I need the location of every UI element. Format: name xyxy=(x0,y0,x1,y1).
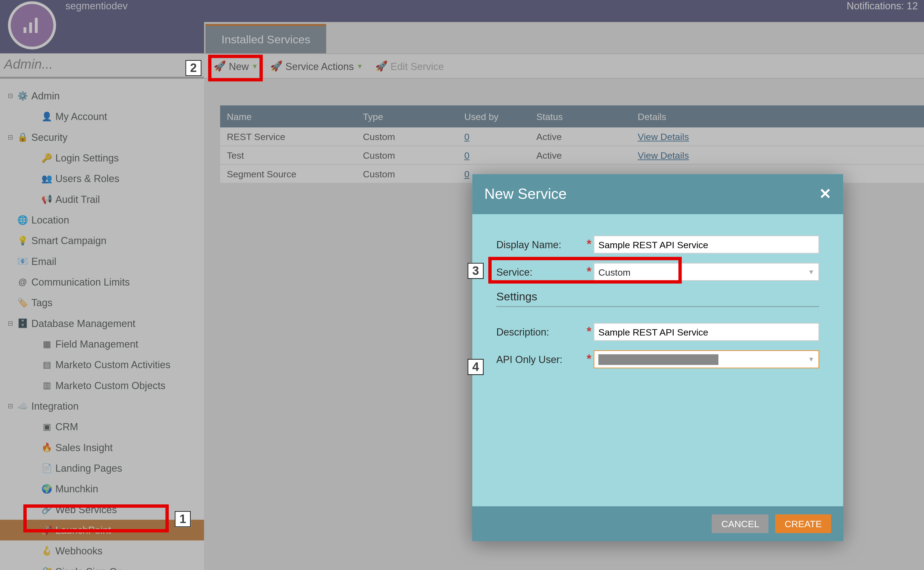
sidebar-item-tags[interactable]: 🏷️Tags xyxy=(0,292,204,313)
sidebar-item-label: My Account xyxy=(55,111,107,122)
sidebar-item-field-management[interactable]: ▦Field Management xyxy=(0,334,204,354)
sidebar-item-label: Field Management xyxy=(55,338,138,349)
sidebar-item-integration[interactable]: ⊟☁️Integration xyxy=(0,396,204,416)
dialog-title: New Service xyxy=(484,185,567,203)
sidebar-item-marketo-custom-activities[interactable]: ▤Marketo Custom Activities xyxy=(0,354,204,375)
toggle-icon xyxy=(6,237,14,244)
toggle-icon xyxy=(31,464,38,472)
toggle-icon xyxy=(6,257,14,265)
details-link[interactable]: View Details xyxy=(638,131,689,142)
cell-details: View Details xyxy=(631,150,924,161)
sidebar-item-label: CRM xyxy=(55,421,78,432)
row-display-name: Display Name: * xyxy=(496,236,819,254)
new-button[interactable]: 🚀 New ▼ xyxy=(214,60,258,72)
sidebar-item-marketo-custom-objects[interactable]: ▥Marketo Custom Objects xyxy=(0,375,204,396)
tab-strip: Installed Services xyxy=(204,22,924,53)
toggle-icon xyxy=(31,423,38,431)
chevron-down-icon: ▼ xyxy=(808,355,814,363)
used-link[interactable]: 0 xyxy=(464,131,470,142)
notifications-link[interactable]: Notifications: 12 xyxy=(847,0,918,11)
required-asterisk: * xyxy=(584,238,594,251)
cell-used: 0 xyxy=(457,150,529,161)
user-icon: 👤 xyxy=(41,111,52,122)
edit-service-button: 🚀 Edit Service xyxy=(375,60,444,72)
sidebar-item-web-services[interactable]: 🔗Web Services xyxy=(0,499,204,520)
activities-icon: ▤ xyxy=(41,359,52,370)
sidebar-item-label: Webhooks xyxy=(55,545,102,556)
sidebar-item-database-management[interactable]: ⊟🗄️Database Management xyxy=(0,313,204,334)
new-label: New xyxy=(229,60,249,72)
rocket-icon: 🚀 xyxy=(375,60,388,72)
create-button[interactable]: CREATE xyxy=(775,515,831,533)
sidebar-item-label: Smart Campaign xyxy=(31,235,106,246)
sidebar-item-munchkin[interactable]: 🌍Munchkin xyxy=(0,478,204,499)
toggle-icon: ⊟ xyxy=(6,92,14,100)
toggle-icon xyxy=(31,444,38,451)
toggle-icon: ⊟ xyxy=(6,320,14,327)
col-status[interactable]: Status xyxy=(529,111,631,122)
sidebar-item-label: Communication Limits xyxy=(31,276,130,288)
field-icon: ▦ xyxy=(41,339,52,349)
sidebar-item-audit-trail[interactable]: 📢Audit Trail xyxy=(0,189,204,210)
page-icon: 📄 xyxy=(41,463,52,473)
sidebar-item-smart-campaign[interactable]: 💡Smart Campaign xyxy=(0,230,204,251)
close-icon[interactable]: ✕ xyxy=(819,185,831,203)
sidebar-item-admin[interactable]: ⊟⚙️Admin xyxy=(0,86,204,106)
dialog-header: New Service ✕ xyxy=(472,174,843,214)
sidebar-item-email[interactable]: 📧Email xyxy=(0,251,204,271)
col-used[interactable]: Used by xyxy=(457,111,529,122)
used-link[interactable]: 0 xyxy=(464,169,470,179)
world-icon: 🌍 xyxy=(41,484,52,494)
table-row[interactable]: REST ServiceCustom0ActiveView Details xyxy=(220,127,924,146)
sidebar-item-webhooks[interactable]: 🪝Webhooks xyxy=(0,540,204,561)
required-asterisk: * xyxy=(584,352,594,366)
sidebar-item-crm[interactable]: ▣CRM xyxy=(0,416,204,437)
sidebar-item-launchpoint[interactable]: 🚀LaunchPoint xyxy=(0,520,204,540)
toggle-icon xyxy=(6,216,14,224)
used-link[interactable]: 0 xyxy=(464,150,470,161)
actions-label: Service Actions xyxy=(286,60,354,72)
sidebar-item-single-sign-on[interactable]: 🔐Single Sign-On xyxy=(0,561,204,570)
service-select[interactable]: Custom ▼ xyxy=(594,263,819,281)
sidebar-item-label: Email xyxy=(31,256,56,267)
annotation-num-2: 2 xyxy=(185,60,202,76)
mail-icon: 📧 xyxy=(17,256,28,267)
megaphone-icon: 📢 xyxy=(41,194,52,205)
display-name-input[interactable] xyxy=(594,236,819,254)
cancel-button[interactable]: CANCEL xyxy=(712,515,769,533)
description-input[interactable] xyxy=(594,323,819,341)
cell-used: 0 xyxy=(457,131,529,142)
chevron-down-icon: ▼ xyxy=(808,268,814,276)
sidebar-item-label: Landing Pages xyxy=(55,462,122,473)
api-user-select[interactable]: ▼ xyxy=(594,350,819,368)
key-icon: 🔑 xyxy=(41,152,52,163)
details-link[interactable]: View Details xyxy=(638,150,689,161)
required-asterisk: * xyxy=(584,265,594,279)
toggle-icon xyxy=(31,113,38,120)
services-grid: Name Type Used by Status Details REST Se… xyxy=(220,106,924,184)
sidebar-item-landing-pages[interactable]: 📄Landing Pages xyxy=(0,458,204,478)
required-asterisk: * xyxy=(584,325,594,339)
sidebar-item-security[interactable]: ⊟🔒Security xyxy=(0,127,204,147)
col-name[interactable]: Name xyxy=(220,111,356,122)
sidebar-item-label: Integration xyxy=(31,400,78,412)
tab-installed-services[interactable]: Installed Services xyxy=(205,24,326,53)
sidebar-item-users-roles[interactable]: 👥Users & Roles xyxy=(0,168,204,188)
toggle-icon xyxy=(31,547,38,555)
sidebar-item-my-account[interactable]: 👤My Account xyxy=(0,106,204,127)
table-row[interactable]: TestCustom0ActiveView Details xyxy=(220,146,924,165)
breadcrumb: Admin... xyxy=(4,57,53,72)
cell-name: REST Service xyxy=(220,131,356,142)
sidebar-item-sales-insight[interactable]: 🔥Sales Insight xyxy=(0,437,204,458)
marketo-logo xyxy=(8,2,56,49)
sidebar-item-location[interactable]: 🌐Location xyxy=(0,210,204,230)
cell-type: Custom xyxy=(356,150,457,161)
sidebar-item-login-settings[interactable]: 🔑Login Settings xyxy=(0,147,204,168)
col-details[interactable]: Details xyxy=(631,111,924,122)
col-type[interactable]: Type xyxy=(356,111,457,122)
sidebar-item-label: Audit Trail xyxy=(55,193,100,205)
account-name[interactable]: segmentiodev xyxy=(65,0,128,11)
toggle-icon: ⊟ xyxy=(6,133,14,141)
sidebar-item-communication-limits[interactable]: @Communication Limits xyxy=(0,271,204,292)
service-actions-button[interactable]: 🚀 Service Actions ▼ xyxy=(270,60,363,72)
